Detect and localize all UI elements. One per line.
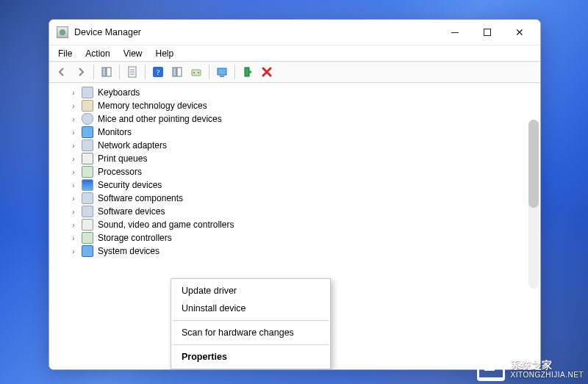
tree-node-label: Storage controllers	[98, 233, 172, 243]
tree-node-system[interactable]: › System devices	[57, 244, 533, 258]
tree-node-memory[interactable]: › Memory technology devices	[57, 99, 533, 112]
back-arrow-icon	[56, 66, 68, 78]
expand-icon[interactable]: ›	[70, 128, 77, 137]
toolbar-refresh-button[interactable]	[168, 63, 186, 81]
tree-node-monitors[interactable]: › Monitors	[57, 126, 533, 139]
menu-action[interactable]: Action	[79, 47, 115, 60]
svg-rect-13	[218, 68, 226, 75]
toolbar-separator	[119, 65, 120, 79]
toolbar: ?	[49, 61, 540, 83]
svg-rect-15	[245, 68, 249, 76]
app-icon	[57, 26, 68, 38]
properties-page-icon	[126, 66, 138, 78]
ctx-uninstall-device[interactable]: Uninstall device	[171, 300, 330, 317]
expand-icon[interactable]: ›	[70, 247, 77, 256]
expand-icon[interactable]: ›	[70, 234, 77, 242]
toolbar-show-hide-tree-button[interactable]	[98, 63, 115, 81]
tree-node-network[interactable]: › Network adapters	[57, 139, 533, 152]
toolbar-scan-hardware-button[interactable]	[213, 63, 231, 81]
software-device-icon	[82, 206, 93, 217]
expand-icon[interactable]: ›	[70, 195, 77, 203]
tree-node-label: Print queues	[98, 153, 147, 164]
uninstall-device-icon	[261, 66, 273, 78]
cpu-icon	[82, 166, 93, 178]
toolbar-enable-device-button[interactable]	[239, 63, 257, 81]
tree-node-processors[interactable]: › Processors	[57, 165, 533, 178]
tree-node-printers[interactable]: › Print queues	[57, 152, 533, 165]
tree-node-label: Software components	[98, 193, 183, 203]
toolbar-separator	[234, 65, 235, 79]
toolbar-separator	[209, 65, 209, 79]
tree-node-label: Memory technology devices	[98, 101, 207, 111]
menu-file[interactable]: File	[52, 47, 78, 60]
menubar: File Action View Help	[49, 45, 540, 61]
tree-node-sw-devices[interactable]: › Software devices	[57, 205, 533, 218]
close-button[interactable]: ✕	[503, 21, 536, 43]
expand-icon[interactable]: ›	[70, 168, 77, 176]
tree-node-label: Mice and other pointing devices	[98, 114, 222, 124]
scan-hardware-icon	[216, 66, 228, 78]
tree-node-label: Network adapters	[98, 140, 167, 151]
expand-icon[interactable]: ›	[70, 208, 77, 216]
titlebar[interactable]: Device Manager ✕	[49, 20, 540, 45]
toolbar-help-button[interactable]: ?	[149, 63, 167, 81]
watermark-logo-icon	[477, 356, 505, 381]
keyboard-icon	[82, 87, 93, 98]
mouse-icon	[82, 113, 93, 125]
svg-point-12	[198, 72, 199, 73]
ctx-separator	[173, 344, 329, 345]
toolbar-properties-button[interactable]	[123, 63, 141, 81]
ctx-scan-hardware[interactable]: Scan for hardware changes	[171, 324, 330, 341]
expand-icon[interactable]: ›	[70, 89, 77, 97]
expand-icon[interactable]: ›	[70, 221, 77, 229]
content-area: › Keyboards › Memory technology devices …	[49, 83, 540, 369]
minimize-button[interactable]	[439, 21, 471, 43]
enable-device-icon	[242, 66, 254, 78]
toolbar-update-driver-button[interactable]	[187, 63, 205, 81]
software-component-icon	[82, 192, 93, 204]
window-controls: ✕	[439, 21, 536, 43]
expand-icon[interactable]: ›	[70, 115, 77, 123]
tree-node-storage[interactable]: › Storage controllers	[57, 231, 533, 244]
menu-view[interactable]: View	[118, 47, 148, 60]
tree-node-sw-components[interactable]: › Software components	[57, 192, 533, 205]
toolbar-forward-button[interactable]	[72, 63, 90, 81]
toolbar-back-button[interactable]	[53, 63, 71, 81]
toolbar-uninstall-device-button[interactable]	[258, 63, 276, 81]
expand-icon[interactable]: ›	[70, 142, 77, 150]
menu-help[interactable]: Help	[150, 47, 180, 60]
context-menu: Update driver Uninstall device Scan for …	[171, 278, 331, 369]
memory-icon	[82, 100, 93, 112]
tree-node-security[interactable]: › Security devices	[57, 178, 533, 192]
expand-icon[interactable]: ›	[70, 102, 77, 110]
sound-icon	[82, 219, 93, 231]
ctx-properties[interactable]: Properties	[171, 348, 330, 366]
svg-point-11	[193, 72, 195, 73]
security-icon	[82, 179, 93, 191]
ctx-separator	[173, 320, 329, 321]
system-icon	[82, 245, 93, 257]
tree-node-label: Sound, video and game controllers	[98, 220, 234, 230]
svg-rect-1	[107, 68, 111, 76]
tree-node-label: Keyboards	[98, 87, 140, 98]
watermark-text: 系统之家 XITONGZHIJIA.NET	[511, 359, 584, 379]
tree-node-mice[interactable]: › Mice and other pointing devices	[57, 112, 533, 126]
help-icon: ?	[152, 66, 164, 78]
svg-rect-14	[220, 76, 224, 77]
refresh-icon	[171, 66, 183, 78]
maximize-button[interactable]	[471, 21, 503, 43]
monitor-icon	[82, 126, 93, 138]
expand-icon[interactable]: ›	[70, 155, 77, 163]
update-driver-icon	[190, 66, 202, 78]
tree-node-label: Security devices	[98, 180, 162, 190]
expand-icon[interactable]: ›	[70, 181, 77, 189]
tree-node-keyboards[interactable]: › Keyboards	[57, 86, 533, 99]
maximize-icon	[484, 29, 491, 36]
printer-icon	[82, 153, 93, 164]
svg-rect-0	[102, 68, 106, 76]
ctx-update-driver[interactable]: Update driver	[171, 282, 330, 300]
tree-node-sound[interactable]: › Sound, video and game controllers	[57, 218, 533, 231]
watermark: 系统之家 XITONGZHIJIA.NET	[477, 356, 584, 381]
scrollbar-thumb[interactable]	[528, 120, 539, 208]
tree-node-label: Software devices	[98, 206, 165, 217]
